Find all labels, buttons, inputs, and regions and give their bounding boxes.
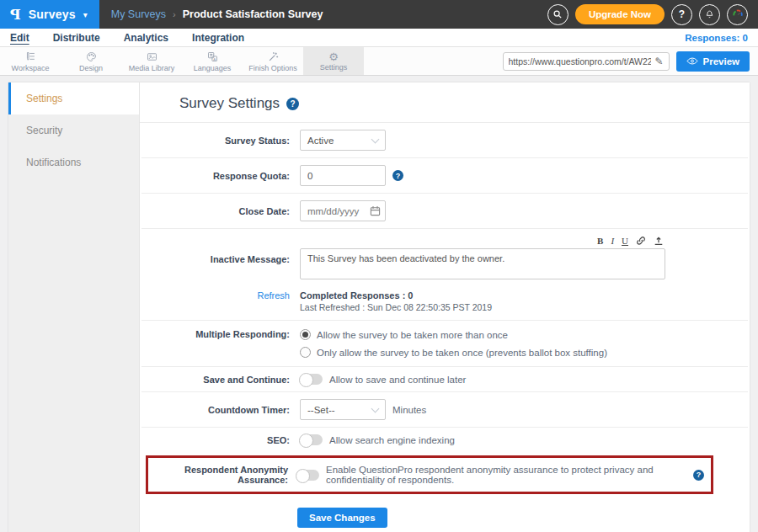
anonymity-text: Enable QuestionPro respondent anonymity …	[326, 465, 686, 485]
link-icon[interactable]	[636, 236, 646, 246]
seo-row: SEO: Allow search engine indexing	[141, 428, 748, 452]
inactive-message-label: Inactive Message:	[150, 236, 300, 264]
chevron-down-icon	[371, 135, 380, 143]
chevron-down-icon	[371, 404, 380, 412]
close-date-label: Close Date:	[150, 206, 300, 216]
countdown-minutes-text: Minutes	[392, 405, 426, 415]
radio-selected-icon[interactable]	[300, 329, 311, 340]
response-quota-label: Response Quota:	[150, 171, 300, 181]
bold-button[interactable]: B	[597, 236, 603, 246]
save-changes-button[interactable]: Save Changes	[297, 508, 387, 528]
radio-unselected-icon[interactable]	[300, 347, 311, 358]
seo-label: SEO:	[150, 435, 300, 445]
breadcrumb: My Surveys › Product Satisfaction Survey	[99, 0, 323, 29]
richtext-toolbar: B I U	[597, 236, 665, 248]
underline-button[interactable]: U	[622, 236, 628, 246]
edit-url-pencil-icon[interactable]: ✎	[654, 56, 663, 67]
response-quota-row: Response Quota: ?	[141, 158, 748, 194]
anonymity-label: Respondent Anonymity Assurance:	[155, 465, 296, 485]
anonymity-toggle[interactable]	[296, 470, 319, 481]
save-continue-toggle[interactable]	[300, 374, 323, 385]
inactive-message-textarea[interactable]: This Survey has been deactivated by the …	[300, 248, 665, 279]
account-health-gauge-icon[interactable]	[727, 4, 748, 25]
radio-option-multiple[interactable]: Allow the survey to be taken more than o…	[300, 329, 607, 340]
upgrade-now-button[interactable]: Upgrade Now	[575, 4, 665, 24]
seo-text: Allow search engine indexing	[329, 435, 455, 445]
chevron-down-icon: ▾	[83, 10, 88, 19]
survey-nav: Edit Distribute Analytics Integration Re…	[0, 29, 758, 47]
panel-title-row: Survey Settings ?	[140, 82, 750, 123]
countdown-timer-select[interactable]: --Set--	[300, 399, 386, 420]
media-library-icon	[146, 51, 158, 63]
survey-url-input[interactable]	[509, 56, 652, 66]
product-menu[interactable]: P Surveys ▾	[0, 0, 99, 29]
toolbar-finish-options[interactable]: Finish Options	[243, 47, 303, 75]
content-area: Settings Security Notifications Survey S…	[8, 82, 750, 532]
sidebar-item-settings[interactable]: Settings	[8, 82, 139, 114]
survey-status-label: Survey Status:	[150, 136, 300, 146]
breadcrumb-separator: ›	[173, 9, 176, 19]
workspace-icon	[24, 51, 37, 63]
anonymity-help-icon[interactable]: ?	[693, 470, 704, 481]
toolbar-workspace[interactable]: Workspace	[0, 47, 61, 75]
tab-distribute[interactable]: Distribute	[53, 32, 100, 44]
toolbar-right: ✎ Preview	[503, 47, 758, 75]
refresh-link[interactable]: Refresh	[150, 290, 300, 312]
tab-analytics[interactable]: Analytics	[124, 32, 168, 44]
save-continue-text: Allow to save and continue later	[329, 375, 466, 385]
preview-button[interactable]: Preview	[676, 51, 750, 72]
response-quota-help-icon[interactable]: ?	[392, 170, 403, 181]
multiple-responding-row: Multiple Responding: Allow the survey to…	[141, 321, 748, 367]
survey-settings-help-icon[interactable]: ?	[286, 98, 299, 110]
search-icon[interactable]	[547, 4, 568, 25]
toolbar-languages[interactable]: A Languages	[182, 47, 243, 75]
sidebar-item-notifications[interactable]: Notifications	[8, 146, 139, 178]
countdown-timer-row: Countdown Timer: --Set-- Minutes	[141, 392, 748, 428]
tab-edit[interactable]: Edit	[10, 32, 29, 44]
top-header: P Surveys ▾ My Surveys › Product Satisfa…	[0, 0, 758, 29]
tab-integration[interactable]: Integration	[192, 32, 244, 44]
settings-gear-icon: ⚙	[328, 51, 339, 62]
completed-responses-text: Completed Responses : 0	[300, 290, 492, 301]
edit-toolbar: Workspace Design Media Library A Langua	[0, 47, 758, 76]
finish-options-wand-icon	[267, 51, 280, 63]
header-actions: Upgrade Now ?	[547, 0, 758, 29]
save-continue-row: Save and Continue: Allow to save and con…	[141, 367, 748, 392]
sidebar-item-security[interactable]: Security	[8, 114, 139, 146]
eye-icon	[686, 56, 698, 66]
close-date-row: Close Date:	[141, 194, 748, 229]
anonymity-highlight-box: Respondent Anonymity Assurance: Enable Q…	[146, 455, 713, 494]
survey-status-row: Survey Status: Active	[141, 123, 748, 158]
survey-settings-panel: Survey Settings ? Survey Status: Active …	[139, 82, 750, 532]
italic-button[interactable]: I	[611, 236, 614, 246]
notifications-bell-icon[interactable]	[699, 4, 720, 25]
design-palette-icon	[85, 51, 98, 63]
survey-status-select[interactable]: Active	[300, 130, 386, 151]
radio-option-once[interactable]: Only allow the survey to be taken once (…	[300, 347, 607, 358]
toolbar-design[interactable]: Design	[61, 47, 121, 75]
save-continue-label: Save and Continue:	[150, 375, 300, 385]
multiple-responding-label: Multiple Responding:	[150, 329, 300, 339]
seo-toggle[interactable]	[300, 434, 323, 445]
page-title: Survey Settings	[179, 95, 280, 112]
response-quota-input[interactable]	[300, 165, 386, 186]
survey-url-group: ✎	[503, 52, 670, 71]
settings-sidebar: Settings Security Notifications	[8, 82, 139, 532]
help-icon[interactable]: ?	[671, 4, 692, 25]
questionpro-logo: P	[10, 6, 21, 23]
breadcrumb-parent[interactable]: My Surveys	[111, 8, 166, 20]
save-row: Save Changes	[140, 497, 750, 532]
toolbar-media-library[interactable]: Media Library	[121, 47, 182, 75]
image-upload-icon[interactable]	[654, 236, 664, 246]
svg-text:A: A	[213, 56, 216, 61]
inactive-message-row: Inactive Message: B I U This Survey has …	[141, 229, 748, 285]
responses-count[interactable]: Responses: 0	[685, 33, 748, 43]
product-menu-label: Surveys	[29, 8, 76, 21]
refresh-row: Refresh Completed Responses : 0 Last Ref…	[141, 285, 748, 321]
languages-translate-icon: A	[206, 51, 219, 63]
last-refreshed-text: Last Refreshed : Sun Dec 08 22:50:35 PST…	[300, 302, 492, 312]
calendar-icon[interactable]	[370, 205, 381, 216]
toolbar-settings[interactable]: ⚙ Settings	[303, 47, 364, 75]
breadcrumb-current: Product Satisfaction Survey	[183, 8, 323, 20]
countdown-timer-label: Countdown Timer:	[150, 405, 300, 415]
